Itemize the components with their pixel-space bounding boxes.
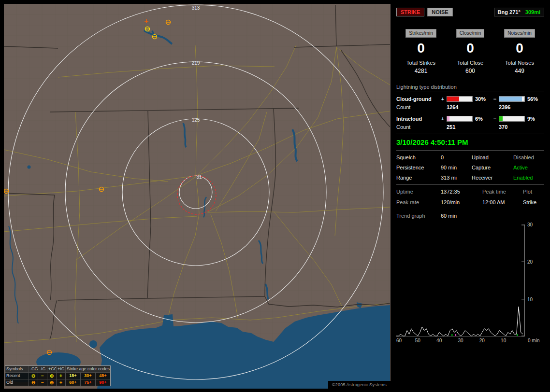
map-legend: Symbols -CG -IC +CG +IC Strike age color… bbox=[5, 365, 111, 386]
total-noises-label: Total Noises bbox=[495, 60, 544, 66]
plus-sign: + bbox=[440, 96, 446, 102]
ic-positive-count: 251 bbox=[447, 124, 473, 130]
neg-cg-icon: ⊖ bbox=[29, 372, 38, 379]
ic-negative-fill bbox=[499, 116, 503, 121]
x-tick-50: 50 bbox=[415, 338, 420, 343]
svg-text:31: 31 bbox=[196, 174, 202, 180]
x-axis-labels: 60 50 40 30 20 10 0 min bbox=[396, 338, 525, 345]
uptime-value: 1372:35 bbox=[441, 189, 482, 195]
plus-sign: + bbox=[440, 116, 446, 122]
ic-positive-percent: 6% bbox=[474, 116, 491, 122]
pos-cg-icon: ⊕ bbox=[47, 372, 56, 379]
ic-negative-bar bbox=[499, 116, 525, 122]
range-label: Range bbox=[396, 175, 441, 181]
x-tick-30: 30 bbox=[458, 338, 463, 343]
cg-negative-count: 2396 bbox=[499, 104, 525, 110]
upload-status: Disabled bbox=[513, 154, 544, 160]
x-tick-10: 10 bbox=[501, 338, 506, 343]
trend-event-marker bbox=[455, 334, 456, 336]
plot-label: Plot bbox=[523, 189, 544, 195]
distribution-title: Lightning type distribution bbox=[396, 84, 544, 92]
svg-text:313: 313 bbox=[192, 5, 200, 11]
cg-negative-percent: 56% bbox=[526, 96, 542, 102]
divider bbox=[396, 134, 544, 134]
cg-negative-bar bbox=[499, 96, 525, 102]
pos-ic-icon: + bbox=[56, 379, 65, 386]
age-code-60: 60+ bbox=[65, 379, 80, 386]
close-per-min-button[interactable]: Close/min bbox=[456, 29, 484, 38]
noises-column: Noises/min 0 Total Noises 449 bbox=[495, 29, 544, 74]
cg-positive-count: 1264 bbox=[447, 104, 473, 110]
noise-mode-button[interactable]: NOISE bbox=[427, 8, 452, 16]
divider bbox=[396, 150, 544, 151]
range-value: 313 mi bbox=[441, 175, 472, 181]
bearing-label: Bng 271° bbox=[498, 9, 521, 15]
age-code-30: 30+ bbox=[80, 372, 95, 379]
svg-text:125: 125 bbox=[192, 117, 200, 123]
legend-type-pos-cg: +CG bbox=[47, 366, 56, 372]
minus-sign: − bbox=[492, 116, 498, 122]
trend-graph: 30 20 10 60 50 40 30 20 10 0 min bbox=[396, 224, 525, 336]
peak-time-value: 12:00 AM bbox=[482, 199, 523, 205]
cloud-ground-count-row: Count 1264 2396 bbox=[396, 104, 544, 110]
noises-per-min-button[interactable]: Noises/min bbox=[504, 29, 535, 38]
copyright-text: ©2005 Astrogenic Systems bbox=[328, 381, 391, 389]
total-strikes-value: 4281 bbox=[396, 68, 446, 74]
cg-positive-fill bbox=[447, 97, 459, 101]
neg-cg-icon: ⊖ bbox=[29, 379, 38, 386]
peak-rate-label: Peak rate bbox=[396, 199, 441, 205]
x-tick-40: 40 bbox=[436, 338, 442, 343]
bearing-distance: 309mi bbox=[525, 9, 540, 15]
capture-status: Active bbox=[513, 165, 544, 170]
rate-counters: Strikes/min 0 Total Strikes 4281 Close/m… bbox=[396, 29, 544, 74]
persistence-label: Persistence bbox=[396, 165, 441, 170]
peak-rate-value: 120/min bbox=[441, 199, 482, 205]
neg-ic-icon: − bbox=[38, 372, 47, 379]
strikes-per-min-value: 0 bbox=[396, 41, 446, 56]
trend-graph-label: Trend graph bbox=[396, 213, 441, 219]
ic-negative-count: 370 bbox=[499, 124, 525, 130]
intracloud-label: Intracloud bbox=[396, 116, 439, 122]
x-tick-20: 20 bbox=[479, 338, 485, 343]
bearing-display: Bng 271° 309mi bbox=[494, 8, 544, 16]
receiver-label: Receiver bbox=[472, 175, 513, 181]
trend-event-marker bbox=[451, 334, 452, 336]
trend-event-marker bbox=[517, 334, 518, 336]
strikes-per-min-button[interactable]: Strikes/min bbox=[405, 29, 436, 38]
y-tick-20: 20 bbox=[527, 259, 540, 265]
age-code-45: 45+ bbox=[95, 372, 110, 379]
cg-positive-bar bbox=[447, 96, 473, 102]
trend-trace bbox=[396, 307, 523, 336]
plot-value: Strike bbox=[523, 199, 544, 205]
cg-positive-percent: 30% bbox=[474, 96, 491, 102]
trend-window-value: 60 min bbox=[441, 213, 544, 219]
ic-positive-fill bbox=[447, 116, 449, 121]
ic-positive-bar bbox=[447, 116, 473, 122]
total-noises-value: 449 bbox=[495, 68, 544, 74]
count-label: Count bbox=[396, 124, 439, 130]
mode-toolbar: STRIKE NOISE Bng 271° 309mi bbox=[396, 8, 544, 16]
trend-header: Trend graph 60 min bbox=[396, 213, 544, 219]
divider bbox=[396, 184, 544, 185]
clock-display: 3/10/2026 4:50:11 PM bbox=[396, 138, 544, 146]
legend-type-neg-cg: -CG bbox=[29, 366, 38, 372]
noises-per-min-value: 0 bbox=[495, 41, 544, 56]
pos-ic-icon: + bbox=[56, 372, 65, 379]
pos-cg-icon: ⊕ bbox=[47, 379, 56, 386]
count-label: Count bbox=[396, 104, 439, 110]
minus-sign: − bbox=[492, 96, 498, 102]
strike-mode-button[interactable]: STRIKE bbox=[396, 8, 424, 16]
cloud-ground-row: Cloud-ground + 30% − 56% bbox=[396, 96, 544, 102]
y-tick-10: 10 bbox=[527, 297, 540, 302]
legend-symbols-header: Symbols bbox=[5, 366, 29, 372]
x-tick-60: 60 bbox=[396, 338, 402, 343]
y-tick-30: 30 bbox=[527, 222, 540, 227]
legend-type-neg-ic: -IC bbox=[38, 366, 47, 372]
neg-ic-icon: − bbox=[38, 379, 47, 386]
status-panel: STRIKE NOISE Bng 271° 309mi Strikes/min … bbox=[394, 4, 547, 389]
y-axis-ticks bbox=[521, 225, 524, 336]
strike-map[interactable]: 313 219 125 31 Symbols -CG -IC +CG +IC S… bbox=[4, 4, 391, 389]
intracloud-row: Intracloud + 6% − 9% bbox=[396, 116, 544, 122]
settings-grid: Squelch 0 Upload Disabled Persistence 90… bbox=[396, 154, 544, 181]
x-tick-0: 0 min bbox=[528, 338, 539, 343]
